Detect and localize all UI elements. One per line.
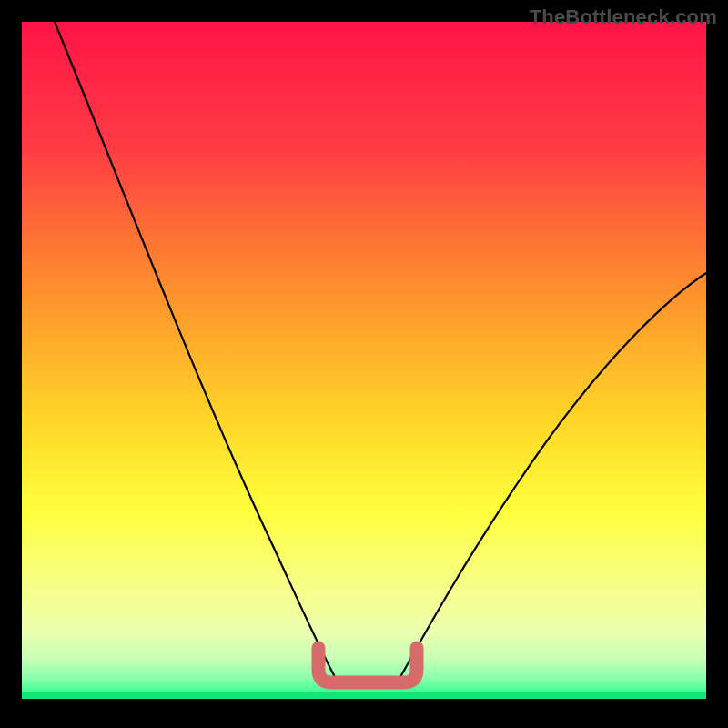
chart-svg: [0, 0, 728, 728]
bottom-green-band: [22, 692, 706, 699]
watermark-text: TheBottleneck.com: [530, 5, 717, 29]
chart-stage: TheBottleneck.com: [0, 0, 728, 728]
plot-gradient: [22, 22, 706, 699]
